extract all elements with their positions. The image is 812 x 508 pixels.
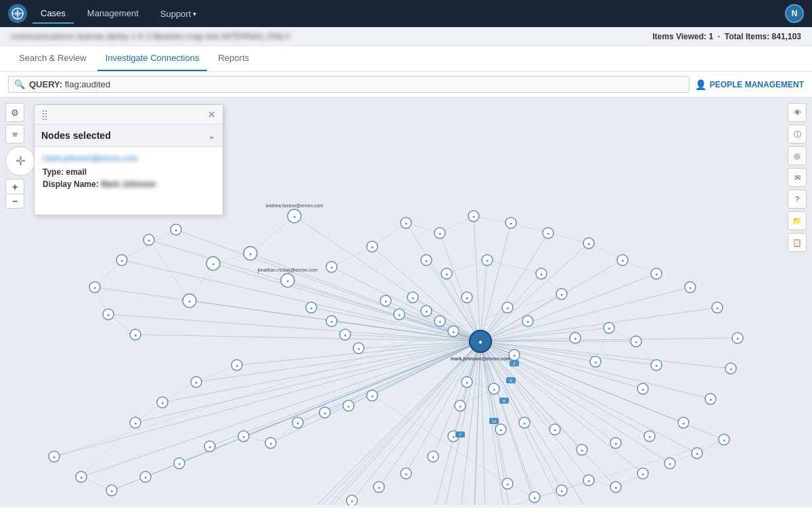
svg-text:●: ● <box>655 363 658 368</box>
panel-display-field: Display Name: Mark Johnson <box>43 179 215 189</box>
tab-investigate-connections[interactable]: Investigate Connections <box>97 46 208 71</box>
nav-support[interactable]: Support ▾ <box>152 5 205 23</box>
message-button[interactable]: ✉ <box>788 168 807 187</box>
svg-line-47 <box>122 260 480 341</box>
svg-text:●: ● <box>716 305 719 310</box>
target-button[interactable]: ◎ <box>788 146 807 165</box>
svg-text:●: ● <box>682 421 685 425</box>
svg-text:●: ● <box>53 454 55 459</box>
svg-text:●: ● <box>425 258 428 263</box>
info-icon: ⓘ <box>794 129 801 140</box>
svg-line-150 <box>372 396 508 484</box>
panel-collapse-button[interactable]: ⌄ <box>208 130 216 141</box>
svg-line-44 <box>135 335 480 341</box>
svg-text:●: ● <box>405 221 407 226</box>
svg-text:●: ● <box>466 380 468 385</box>
svg-text:●: ● <box>323 410 326 415</box>
svg-line-113 <box>149 240 189 301</box>
user-avatar[interactable]: N <box>785 4 804 23</box>
svg-line-100 <box>440 341 480 505</box>
info-button[interactable]: ⓘ <box>788 125 807 144</box>
svg-line-119 <box>332 247 372 267</box>
svg-text:●: ● <box>510 221 512 226</box>
svg-text:●: ● <box>296 421 299 425</box>
svg-text:●: ● <box>513 353 516 358</box>
zoom-out-button[interactable]: − <box>5 194 24 209</box>
svg-text:●: ● <box>148 238 150 242</box>
svg-text:●: ● <box>405 471 407 476</box>
svg-text:●: ● <box>357 346 360 351</box>
svg-text:●: ● <box>581 448 583 452</box>
view-toggle-button[interactable]: 👁 <box>788 103 807 122</box>
svg-text:●: ● <box>80 475 83 480</box>
filter-button[interactable]: ≡ <box>5 125 24 144</box>
svg-text:●: ● <box>452 329 455 334</box>
svg-text:●: ● <box>669 461 671 466</box>
zoom-in-button[interactable]: + <box>5 179 24 194</box>
svg-line-12 <box>440 233 480 341</box>
svg-line-142 <box>196 365 237 382</box>
app-logo[interactable] <box>8 4 27 23</box>
svg-text:●: ● <box>269 441 272 446</box>
top-nav: Cases Management Support ▾ N <box>0 0 812 27</box>
panel-close-button[interactable]: ✕ <box>208 109 216 120</box>
help-button[interactable]: ? <box>788 190 807 209</box>
svg-text:●: ● <box>249 251 252 256</box>
svg-text:●: ● <box>533 495 536 500</box>
svg-line-19 <box>480 287 690 341</box>
left-controls: ⚙ ≡ ✛ + − <box>5 103 35 209</box>
svg-text:●: ● <box>235 363 238 368</box>
svg-line-34 <box>379 341 480 487</box>
nav-cases[interactable]: Cases <box>32 4 74 24</box>
svg-text:●: ● <box>425 309 428 314</box>
svg-line-5 <box>250 253 480 341</box>
svg-text:●: ● <box>574 336 577 341</box>
svg-text:●: ● <box>506 482 509 486</box>
clipboard-button[interactable]: 📋 <box>788 233 807 252</box>
tabs-bar: Search & Review Investigate Connections … <box>0 46 812 72</box>
svg-text:●: ● <box>478 338 482 345</box>
svg-text:●: ● <box>445 272 448 276</box>
search-bar[interactable]: 🔍 QUERY: flag:audited <box>8 76 690 93</box>
svg-text:●: ● <box>466 295 468 300</box>
filter-icon: ≡ <box>12 129 18 140</box>
settings-button[interactable]: ⚙ <box>5 103 24 122</box>
svg-text:●: ● <box>175 228 177 232</box>
folder-button[interactable]: 📁 <box>788 211 807 230</box>
svg-text:●: ● <box>347 404 350 408</box>
svg-text:●: ● <box>330 265 333 270</box>
svg-text:●: ● <box>178 461 181 466</box>
svg-text:●: ● <box>614 485 617 490</box>
svg-text:●: ● <box>526 319 529 324</box>
panel-content: mark.johnson@enron.com Type: email Displ… <box>35 147 223 215</box>
tab-reports[interactable]: Reports <box>210 46 257 71</box>
people-management-button[interactable]: 👤 PEOPLE MANAGEMENT <box>695 79 804 90</box>
zoom-controls: + − <box>5 179 35 209</box>
navigation-control[interactable]: ✛ <box>5 146 35 176</box>
svg-line-110 <box>250 216 294 253</box>
svg-line-38 <box>284 341 480 505</box>
svg-text:●: ● <box>723 438 725 442</box>
panel-title-row: Nodes selected ⌄ <box>35 125 223 147</box>
svg-text:●: ● <box>486 258 489 263</box>
svg-text:●: ● <box>432 454 434 459</box>
svg-text:●: ● <box>378 485 380 490</box>
svg-text:●: ● <box>696 451 698 456</box>
people-mgmt-icon: 👤 <box>695 79 706 90</box>
panel-header[interactable]: ⣿ ✕ <box>35 105 223 125</box>
svg-line-79 <box>81 341 480 477</box>
svg-text:●: ● <box>107 312 110 317</box>
svg-text:●: ● <box>729 366 732 371</box>
svg-text:jonathan.mckay@enron.com: jonathan.mckay@enron.com <box>256 268 317 273</box>
svg-text:●: ● <box>134 333 137 337</box>
svg-text:●: ● <box>540 272 543 276</box>
svg-line-95 <box>480 341 643 473</box>
svg-text:●: ● <box>293 214 296 219</box>
help-icon: ? <box>795 195 799 203</box>
message-icon: ✉ <box>794 173 800 182</box>
svg-line-158 <box>474 440 724 505</box>
svg-text:●: ● <box>560 488 563 493</box>
search-icon: 🔍 <box>14 79 25 89</box>
tab-search-review[interactable]: Search & Review <box>11 46 95 71</box>
nav-management[interactable]: Management <box>79 4 147 24</box>
